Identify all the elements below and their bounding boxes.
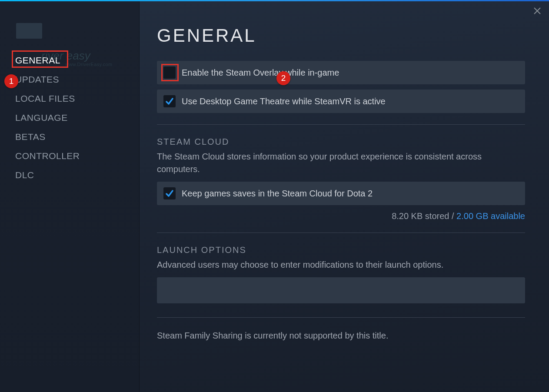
- checkmark-icon: [165, 189, 174, 198]
- sidebar-item-language[interactable]: LANGUAGE: [15, 108, 139, 127]
- annotation-badge-2: 2: [276, 71, 290, 85]
- close-button[interactable]: [532, 6, 542, 16]
- page-title: GENERAL: [157, 25, 525, 46]
- launch-options-input[interactable]: [157, 277, 525, 303]
- sidebar-item-updates[interactable]: UPDATES: [15, 70, 139, 89]
- sidebar: river easy www.DriverEasy.com GENERAL UP…: [0, 1, 139, 392]
- option-label: Use Desktop Game Theatre while SteamVR i…: [182, 96, 386, 106]
- section-title: STEAM CLOUD: [157, 137, 525, 147]
- game-thumbnail: [16, 23, 42, 39]
- sidebar-item-betas[interactable]: BETAS: [15, 127, 139, 146]
- main-panel: 2 GENERAL Enable the Steam Overlay while…: [139, 1, 549, 392]
- option-label: Enable the Steam Overlay while in-game: [182, 68, 339, 78]
- section-steam-cloud: STEAM CLOUD The Steam Cloud stores infor…: [157, 124, 525, 221]
- annotation-badge-1: 1: [4, 74, 18, 88]
- checkbox-cloud-saves[interactable]: [163, 187, 176, 199]
- option-desktop-theatre[interactable]: Use Desktop Game Theatre while SteamVR i…: [157, 90, 525, 113]
- checkbox-desktop-theatre[interactable]: [163, 95, 176, 107]
- storage-available-link[interactable]: 2.00 GB available: [456, 211, 525, 221]
- checkbox-enable-overlay[interactable]: [163, 66, 176, 79]
- checkmark-icon: [165, 97, 174, 106]
- option-enable-overlay[interactable]: Enable the Steam Overlay while in-game: [157, 61, 525, 84]
- option-cloud-saves[interactable]: Keep games saves in the Steam Cloud for …: [157, 182, 525, 205]
- section-launch-options: LAUNCH OPTIONS Advanced users may choose…: [157, 233, 525, 303]
- sidebar-item-controller[interactable]: CONTROLLER: [15, 146, 139, 166]
- storage-used: 8.20 KB stored /: [392, 211, 456, 221]
- properties-window: river easy www.DriverEasy.com GENERAL UP…: [0, 1, 549, 392]
- sidebar-item-general[interactable]: GENERAL: [15, 51, 139, 70]
- family-sharing-note: Steam Family Sharing is currently not su…: [157, 317, 525, 341]
- sidebar-item-dlc[interactable]: DLC: [15, 166, 139, 185]
- close-icon: [533, 7, 541, 15]
- option-label: Keep games saves in the Steam Cloud for …: [182, 189, 373, 199]
- section-description: The Steam Cloud stores information so yo…: [157, 150, 525, 176]
- cloud-storage-info: 8.20 KB stored / 2.00 GB available: [157, 211, 525, 221]
- section-title: LAUNCH OPTIONS: [157, 245, 525, 255]
- sidebar-item-local-files[interactable]: LOCAL FILES: [15, 89, 139, 108]
- section-description: Advanced users may choose to enter modif…: [157, 259, 525, 271]
